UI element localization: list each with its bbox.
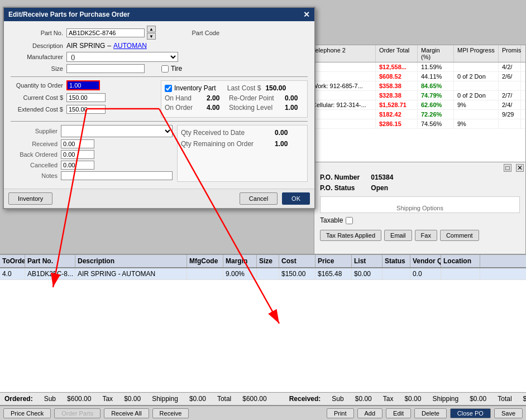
- close-panel-icon[interactable]: ✕: [516, 164, 524, 172]
- received-input[interactable]: [61, 139, 94, 148]
- col-promise: Promis: [499, 45, 521, 62]
- qty-remaining-label: Qty Remaining on Order: [181, 140, 270, 148]
- add-button[interactable]: Add: [357, 408, 383, 418]
- th-toorder: ToOrder: [0, 255, 25, 267]
- sub-value: $600.00: [67, 395, 91, 403]
- status-bar: Ordered: Sub $600.00 Tax $0.00 Shipping …: [0, 392, 526, 405]
- col-order-total: Order Total: [376, 45, 418, 62]
- cell-partno: AB1DK25C-8...: [25, 268, 75, 279]
- part-no-label: Part No.: [11, 30, 66, 36]
- th-vendqty: Vendor Qty: [410, 255, 441, 267]
- tire-checkbox[interactable]: [161, 65, 169, 73]
- qty-order-label: Quantity to Order: [11, 82, 66, 89]
- cell: 4/2/: [499, 62, 521, 71]
- qty-received-label: Qty Received to Date: [181, 129, 270, 137]
- comment-button[interactable]: Comment: [440, 230, 479, 241]
- ok-button[interactable]: OK: [282, 192, 310, 205]
- rec-tax-label: Tax: [383, 395, 394, 403]
- cell-list: $0.00: [352, 268, 382, 279]
- th-location: Location: [441, 255, 480, 267]
- cell: $328.38: [376, 91, 418, 100]
- table-row[interactable]: 4.0 AB1DK25C-8... AIR SPRING - AUTOMAN 9…: [0, 268, 526, 280]
- cell: 11.59%: [418, 62, 454, 71]
- part-no-down-button[interactable]: ▼: [147, 33, 156, 40]
- last-cost-label: Last Cost $: [227, 84, 261, 92]
- cell: Work: 912-685-7...: [309, 81, 376, 90]
- cell: $12,558...: [376, 62, 418, 71]
- cell-toorder: 4.0: [0, 268, 25, 279]
- size-label: Size: [11, 65, 66, 72]
- cell-cost: $150.00: [279, 268, 315, 279]
- th-status: Status: [382, 255, 410, 267]
- cell: [454, 62, 499, 71]
- price-check-button[interactable]: Price Check: [3, 408, 51, 418]
- reorder-label: Re-Order Point: [229, 94, 285, 102]
- back-ordered-input[interactable]: [61, 150, 94, 159]
- cell: 84.65%: [418, 81, 454, 90]
- rec-total-value: $0.00: [523, 395, 526, 403]
- receive-button[interactable]: Receive: [152, 408, 189, 418]
- cancelled-input[interactable]: [61, 161, 94, 170]
- rec-sub-label: Sub: [332, 395, 343, 403]
- cell: 62.60%: [418, 100, 454, 109]
- rec-shipping-value: $0.00: [470, 395, 486, 403]
- inventory-part-label: Inventory Part: [174, 84, 216, 92]
- print-button[interactable]: Print: [327, 408, 354, 418]
- current-cost-input[interactable]: [66, 93, 106, 102]
- email-button[interactable]: Email: [384, 230, 412, 241]
- description-link[interactable]: AUTOMAN: [113, 42, 147, 50]
- on-order-label: On Order: [165, 104, 207, 112]
- cell: [499, 119, 521, 128]
- cell: $1,528.71: [376, 100, 418, 109]
- delete-button[interactable]: Delete: [414, 408, 447, 418]
- cancel-button[interactable]: Cancel: [240, 192, 278, 205]
- cell-vendqty: 0.0: [410, 268, 441, 279]
- on-order-value: 4.00: [207, 104, 229, 112]
- col-telephone2: Telephone 2: [309, 45, 376, 62]
- cell-mfgcode: [187, 268, 223, 279]
- part-no-up-button[interactable]: ▲: [147, 26, 156, 32]
- save-button[interactable]: Save: [494, 408, 523, 418]
- dialog-close-button[interactable]: ✕: [303, 10, 310, 19]
- tax-label: Tax: [102, 395, 113, 403]
- supplier-select[interactable]: [61, 125, 173, 137]
- order-parts-button[interactable]: Order Parts: [54, 408, 101, 418]
- cell: 74.56%: [418, 119, 454, 128]
- total-label: Total: [217, 395, 231, 403]
- manufacturer-select[interactable]: (): [66, 52, 178, 62]
- cell: $358.38: [376, 81, 418, 90]
- cell: [309, 91, 376, 100]
- edit-button[interactable]: Edit: [386, 408, 411, 418]
- cancelled-label: Cancelled: [11, 162, 61, 168]
- cell: 0 of 2 Don: [454, 91, 499, 100]
- notes-label: Notes: [11, 172, 61, 179]
- th-partno: Part No.: [25, 255, 75, 267]
- size-input[interactable]: [66, 64, 145, 73]
- cell: [454, 81, 499, 90]
- notes-input[interactable]: [61, 171, 173, 180]
- extended-cost-input[interactable]: [66, 105, 106, 114]
- cell: $608.52: [376, 72, 418, 81]
- cell: 72.26%: [418, 110, 454, 119]
- current-cost-label: Current Cost $: [11, 94, 66, 101]
- po-status-label: P.O. Status: [320, 184, 365, 192]
- qty-order-input[interactable]: [66, 80, 100, 90]
- reorder-value: 0.00: [285, 94, 298, 102]
- part-no-input[interactable]: [66, 28, 145, 37]
- minimize-icon[interactable]: □: [504, 164, 511, 172]
- rec-tax-value: $0.00: [404, 395, 421, 403]
- taxable-checkbox[interactable]: [346, 217, 353, 224]
- close-po-button[interactable]: Close PO: [450, 408, 491, 418]
- inventory-part-checkbox[interactable]: [165, 85, 172, 92]
- receive-all-button[interactable]: Receive All: [104, 408, 149, 418]
- tax-rates-button[interactable]: Tax Rates Applied: [320, 230, 381, 241]
- cell: $286.15: [376, 119, 418, 128]
- fax-button[interactable]: Fax: [415, 230, 437, 241]
- ordered-label: Ordered:: [4, 395, 33, 403]
- cell: 2/4/: [499, 100, 521, 109]
- extended-cost-label: Extended Cost $: [11, 106, 66, 113]
- received-label: Received: [11, 141, 61, 147]
- manufacturer-label: Manufacturer: [11, 54, 66, 60]
- bottom-button-bar: Price Check Order Parts Receive All Rece…: [0, 405, 526, 420]
- inventory-button[interactable]: Inventory: [8, 192, 52, 205]
